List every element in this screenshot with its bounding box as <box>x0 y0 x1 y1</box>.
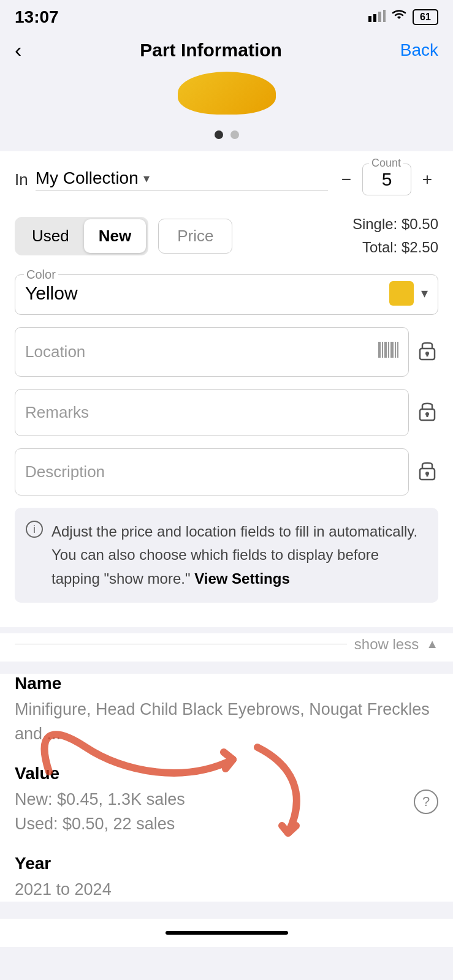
remarks-field[interactable]: Remarks <box>15 389 409 436</box>
bottom-bar <box>0 919 453 947</box>
count-label: Count <box>369 157 403 170</box>
remarks-row: Remarks <box>15 389 438 436</box>
description-placeholder: Description <box>25 462 105 481</box>
count-controls: − Count 5 + <box>335 164 438 195</box>
svg-rect-4 <box>378 342 381 358</box>
color-swatch-row[interactable]: ▾ <box>389 281 428 306</box>
status-bar: 13:07 61 <box>0 0 453 32</box>
svg-rect-0 <box>368 16 371 22</box>
collection-select[interactable]: My Collection ▾ <box>36 168 328 191</box>
view-settings-link[interactable]: View Settings <box>194 570 290 587</box>
svg-rect-19 <box>427 473 428 477</box>
svg-rect-3 <box>383 10 386 22</box>
value-row: New: $0.45, 1.3K sales Used: $0.50, 22 s… <box>15 787 438 837</box>
page-title: Part Information <box>140 40 282 61</box>
location-placeholder: Location <box>25 342 85 361</box>
count-value: 5 <box>382 169 392 189</box>
battery-icon: 61 <box>413 9 438 25</box>
color-swatch <box>389 281 414 306</box>
price-total: Total: $2.50 <box>352 236 438 259</box>
value-new: New: $0.45, 1.3K sales <box>15 787 185 812</box>
color-fieldset: Color Yellow ▾ <box>15 274 438 315</box>
in-label: In <box>15 170 28 189</box>
price-single: Single: $0.50 <box>352 213 438 236</box>
used-button[interactable]: Used <box>17 219 84 253</box>
svg-rect-6 <box>384 342 387 358</box>
collection-name: My Collection <box>36 168 139 188</box>
nav-bar: ‹ Part Information Back <box>0 32 453 72</box>
svg-rect-5 <box>382 342 383 358</box>
status-time: 13:07 <box>15 7 59 27</box>
remarks-lock-icon[interactable] <box>416 399 438 426</box>
back-arrow[interactable]: ‹ <box>15 38 21 62</box>
show-less-text[interactable]: show less <box>354 636 419 653</box>
svg-rect-8 <box>390 342 394 358</box>
price-summary: Single: $0.50 Total: $2.50 <box>352 213 438 260</box>
color-legend: Color <box>24 268 58 282</box>
color-dropdown-arrow[interactable]: ▾ <box>421 285 428 301</box>
signal-icon <box>368 10 386 25</box>
carousel-dot-1[interactable] <box>215 130 223 139</box>
location-field[interactable]: Location <box>15 327 409 377</box>
wifi-icon <box>390 9 408 25</box>
show-less-divider <box>15 644 347 644</box>
price-button[interactable]: Price <box>158 219 232 254</box>
condition-toggle: Used New <box>15 217 148 255</box>
year-label: Year <box>15 854 438 873</box>
details-section: Name Minifigure, Head Child Black Eyebro… <box>0 674 453 902</box>
part-image-container <box>0 72 453 121</box>
collection-dropdown-arrow[interactable]: ▾ <box>143 171 150 186</box>
count-plus-button[interactable]: + <box>416 170 438 189</box>
remarks-placeholder: Remarks <box>25 403 89 422</box>
main-content: In My Collection ▾ − Count 5 + Used New … <box>0 151 453 627</box>
svg-rect-10 <box>397 342 398 358</box>
color-row: Yellow ▾ <box>25 281 428 306</box>
svg-rect-2 <box>378 12 381 22</box>
part-image <box>178 72 276 115</box>
count-box: Count 5 <box>362 164 411 195</box>
value-label: Value <box>15 764 438 783</box>
info-icon: i <box>26 520 43 546</box>
year-detail-row: Year 2021 to 2024 <box>15 854 438 902</box>
name-label: Name <box>15 674 438 693</box>
svg-rect-1 <box>373 14 376 22</box>
back-button[interactable]: Back <box>400 40 438 60</box>
condition-price-row: Used New Price Single: $0.50 Total: $2.5… <box>15 213 438 260</box>
count-minus-button[interactable]: − <box>335 170 357 189</box>
svg-rect-7 <box>388 342 389 358</box>
status-icons: 61 <box>368 9 438 25</box>
new-button[interactable]: New <box>84 219 146 253</box>
help-icon[interactable]: ? <box>414 790 438 814</box>
name-value: Minifigure, Head Child Black Eyebrows, N… <box>15 697 438 747</box>
svg-rect-9 <box>395 342 396 358</box>
location-row: Location <box>15 327 438 377</box>
barcode-icon[interactable] <box>378 341 398 363</box>
info-box: i Adjust the price and location fields t… <box>15 508 438 603</box>
svg-rect-13 <box>427 353 428 356</box>
collection-row: In My Collection ▾ − Count 5 + <box>15 164 438 195</box>
year-value: 2021 to 2024 <box>15 877 438 902</box>
show-less-row[interactable]: show less ▲ <box>0 633 453 662</box>
svg-text:i: i <box>33 523 36 535</box>
value-detail-row: Value New: $0.45, 1.3K sales Used: $0.50… <box>15 764 438 837</box>
carousel-dot-2[interactable] <box>230 130 239 139</box>
description-lock-icon[interactable] <box>416 459 438 485</box>
carousel-dots <box>0 121 453 151</box>
show-less-chevron-icon[interactable]: ▲ <box>426 637 438 651</box>
name-detail-row: Name Minifigure, Head Child Black Eyebro… <box>15 674 438 747</box>
home-indicator <box>166 931 288 935</box>
value-used: Used: $0.50, 22 sales <box>15 812 185 837</box>
value-details: New: $0.45, 1.3K sales Used: $0.50, 22 s… <box>15 787 185 837</box>
description-field[interactable]: Description <box>15 448 409 496</box>
color-name: Yellow <box>25 283 78 304</box>
description-row: Description <box>15 448 438 496</box>
svg-rect-16 <box>427 414 428 417</box>
location-lock-icon[interactable] <box>416 339 438 365</box>
